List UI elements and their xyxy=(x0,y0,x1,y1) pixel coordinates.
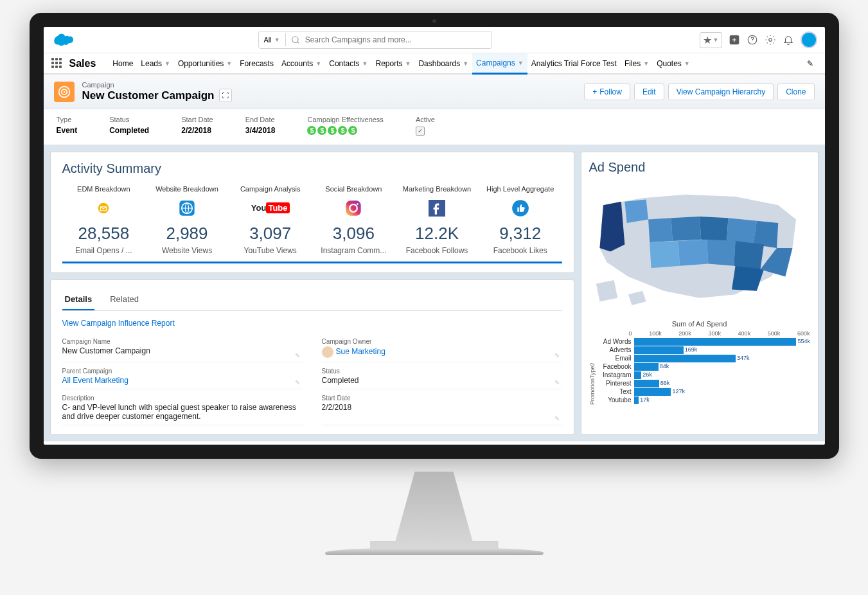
meta-end-value: 3/4/2018 xyxy=(245,126,276,135)
view-hierarchy-button[interactable]: View Campaign Hierarchy xyxy=(668,84,774,100)
field-label-startdate: Start Date xyxy=(322,395,562,402)
edit-start-icon[interactable]: ✎ xyxy=(554,415,560,422)
edit-owner-icon[interactable]: ✎ xyxy=(554,352,560,359)
bar-label: Instagram xyxy=(597,371,634,378)
activity-card-2[interactable]: Campaign AnalysisYouTube3,097YouTube Vie… xyxy=(229,185,312,255)
meta-status-value: Completed xyxy=(109,126,149,135)
bar-label: Adverts xyxy=(597,346,634,353)
meta-start-value: 2/2/2018 xyxy=(181,126,213,135)
active-checkbox[interactable]: ✓ xyxy=(416,127,425,136)
edit-status-icon[interactable]: ✎ xyxy=(554,379,560,386)
bar-row-facebook: Facebook84k xyxy=(597,363,810,371)
help-icon[interactable] xyxy=(747,34,758,46)
activity-card-1[interactable]: Website Breakdown2,989Website Views xyxy=(145,185,229,255)
svg-rect-9 xyxy=(346,200,361,215)
effectiveness-rating: $$$$$ xyxy=(307,126,383,135)
thumb-icon xyxy=(510,198,531,218)
nav-item-quotes[interactable]: Quotes▼ xyxy=(653,53,694,73)
edit-nav-icon[interactable]: ✎ xyxy=(803,55,817,72)
settings-icon[interactable] xyxy=(765,34,776,46)
global-search-input[interactable] xyxy=(286,31,492,48)
activity-card-3[interactable]: Social Breakdown3,096Instagram Comm... xyxy=(312,185,396,255)
meta-active-label: Active xyxy=(416,116,435,123)
field-value-owner[interactable]: Sue Marketing xyxy=(322,345,562,359)
svg-point-11 xyxy=(357,203,359,205)
activity-card-4[interactable]: Marketing Breakdown12.2KFacebook Follows xyxy=(395,185,479,255)
bar-label: Youtube xyxy=(597,396,634,404)
add-button[interactable] xyxy=(729,34,740,46)
influence-report-link[interactable]: View Campaign Influence Report xyxy=(62,319,562,328)
salesforce-logo[interactable] xyxy=(51,32,73,48)
facebook-icon xyxy=(427,198,447,218)
object-type-label: Campaign xyxy=(82,81,233,89)
us-map-chart xyxy=(589,184,810,312)
activity-sublabel: Facebook Likes xyxy=(479,246,562,255)
hierarchy-icon[interactable]: ⛶ xyxy=(219,89,232,102)
bar-row-adverts: Adverts169k xyxy=(597,346,810,354)
tab-related[interactable]: Related xyxy=(107,289,141,310)
edit-button[interactable]: Edit xyxy=(634,84,664,100)
nav-item-contacts[interactable]: Contacts▼ xyxy=(325,53,371,73)
activity-value: 9,312 xyxy=(479,224,562,244)
bar-row-email: Email347k xyxy=(597,355,810,362)
activity-title: Campaign Analysis xyxy=(229,185,312,193)
meta-status-label: Status xyxy=(109,116,149,123)
ad-spend-heading: Ad Spend xyxy=(589,160,810,175)
field-value-name: New Customer Campaign xyxy=(62,345,303,357)
bar-row-pinterest: Pinterest86k xyxy=(597,380,810,387)
favorites-button[interactable]: ★▼ xyxy=(700,32,722,48)
field-label-description: Description xyxy=(62,395,303,402)
nav-item-files[interactable]: Files▼ xyxy=(621,53,653,73)
bar-label: Ad Words xyxy=(597,338,634,345)
activity-title: EDM Breakdown xyxy=(62,185,146,193)
meta-type-value: Event xyxy=(57,126,78,135)
youtube-icon: YouTube xyxy=(260,198,281,218)
meta-end-label: End Date xyxy=(245,116,276,123)
user-avatar[interactable] xyxy=(801,31,817,48)
edit-parent-icon[interactable]: ✎ xyxy=(295,379,300,386)
field-label-status: Status xyxy=(322,368,562,375)
nav-item-analytics-trial-force-test[interactable]: Analytics Trial Force Test xyxy=(527,53,621,73)
field-label-parent: Parent Campaign xyxy=(62,368,303,375)
activity-value: 2,989 xyxy=(145,224,229,244)
app-launcher-icon[interactable] xyxy=(51,58,63,69)
activity-value: 12.2K xyxy=(395,224,479,244)
nav-item-dashboards[interactable]: Dashboards▼ xyxy=(414,53,472,73)
bar-label: Facebook xyxy=(597,363,634,370)
nav-item-accounts[interactable]: Accounts▼ xyxy=(278,53,325,73)
field-value-description: C- and VP-level lunch with special guest… xyxy=(62,402,303,422)
globe-icon xyxy=(177,198,197,218)
bar-label: Email xyxy=(597,355,634,362)
clone-button[interactable]: Clone xyxy=(777,84,814,100)
bar-label: Text xyxy=(597,388,634,395)
nav-item-forecasts[interactable]: Forecasts xyxy=(236,53,278,73)
activity-value: 3,097 xyxy=(229,224,312,244)
follow-button[interactable]: +Follow xyxy=(584,84,630,100)
search-scope-dropdown[interactable]: All▼ xyxy=(259,33,286,46)
meta-effectiveness-label: Campaign Effectiveness xyxy=(307,116,383,123)
nav-item-reports[interactable]: Reports▼ xyxy=(372,53,415,73)
activity-sublabel: Email Opens / ... xyxy=(62,246,146,255)
app-name: Sales xyxy=(69,58,96,69)
activity-summary-heading: Activity Summary xyxy=(62,161,562,176)
field-label-owner: Campaign Owner xyxy=(322,338,562,345)
svg-point-6 xyxy=(98,202,109,213)
bar-row-text: Text127k xyxy=(597,388,810,396)
activity-sublabel: YouTube Views xyxy=(229,246,312,255)
bar-label: Pinterest xyxy=(597,380,634,387)
record-name: New Customer Campaign xyxy=(82,89,215,102)
nav-item-home[interactable]: Home xyxy=(109,53,137,73)
activity-title: Marketing Breakdown xyxy=(395,185,479,193)
field-value-parent[interactable]: All Event Marketing xyxy=(62,375,303,386)
activity-card-0[interactable]: EDM Breakdown28,558Email Opens / ... xyxy=(62,185,146,255)
notifications-icon[interactable] xyxy=(783,34,794,46)
activity-card-5[interactable]: High Level Aggregate9,312Facebook Likes xyxy=(479,185,562,255)
meta-start-label: Start Date xyxy=(181,116,213,123)
edit-name-icon[interactable]: ✎ xyxy=(295,352,300,359)
nav-item-leads[interactable]: Leads▼ xyxy=(137,53,174,73)
meta-type-label: Type xyxy=(57,116,78,123)
nav-item-opportunities[interactable]: Opportunities▼ xyxy=(174,53,236,73)
tab-details[interactable]: Details xyxy=(62,289,95,310)
nav-item-campaigns[interactable]: Campaigns▼ xyxy=(472,53,527,75)
activity-value: 3,096 xyxy=(312,224,396,244)
